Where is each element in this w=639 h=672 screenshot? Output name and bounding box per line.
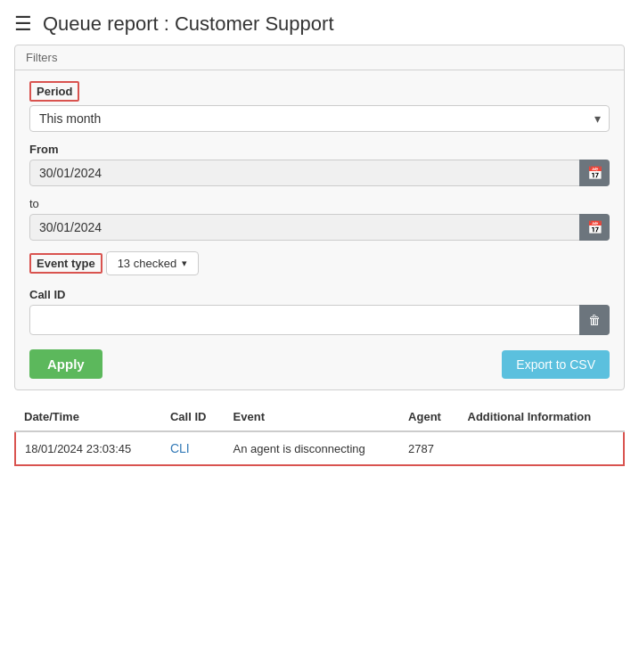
page-title: Queue report : Customer Support [43, 12, 334, 36]
call-id-clear-icon[interactable]: 🗑 [579, 305, 610, 335]
call-id-field-group: Call ID 🗑 [29, 288, 610, 335]
queue-report-icon: ☰ [14, 12, 32, 36]
event-type-label: Event type [29, 253, 102, 274]
results-table: Date/Time Call ID Event Agent Additional… [14, 403, 625, 466]
from-label: From [29, 143, 610, 156]
call-id-input[interactable] [29, 305, 610, 335]
from-calendar-icon[interactable]: 📅 [579, 160, 610, 186]
actions-row: Apply Export to CSV [29, 349, 610, 379]
filters-header: Filters [15, 45, 624, 70]
table-header: Date/Time Call ID Event Agent Additional… [15, 403, 624, 431]
col-additional-info: Additional Information [459, 403, 624, 431]
from-date-wrapper: 📅 [29, 160, 610, 186]
export-csv-button[interactable]: Export to CSV [502, 350, 610, 379]
call-id-link[interactable]: CLI [170, 441, 190, 455]
cell-agent: 2787 [399, 431, 458, 465]
col-datetime: Date/Time [15, 403, 161, 431]
from-date-input[interactable] [29, 160, 610, 186]
page-header: ☰ Queue report : Customer Support [0, 0, 639, 45]
col-call-id: Call ID [161, 403, 225, 431]
period-field-group: Period This month Last month This week L… [29, 81, 610, 132]
col-event: Event [225, 403, 400, 431]
col-agent: Agent [399, 403, 458, 431]
from-field-group: From 📅 [29, 143, 610, 186]
event-type-dropdown[interactable]: 13 checked [106, 251, 200, 275]
filters-panel: Filters Period This month Last month Thi… [14, 45, 625, 390]
cell-datetime: 18/01/2024 23:03:45 [15, 431, 161, 465]
to-date-wrapper: 📅 [29, 214, 610, 241]
cell-additional-info [459, 431, 624, 465]
table-header-row: Date/Time Call ID Event Agent Additional… [15, 403, 624, 431]
table-row: 18/01/2024 23:03:45 CLI An agent is disc… [15, 431, 624, 465]
cell-call-id: CLI [161, 431, 225, 465]
call-id-label: Call ID [29, 288, 610, 301]
to-label: to [29, 197, 610, 210]
period-select-wrapper: This month Last month This week Last wee… [29, 105, 610, 132]
table-body: 18/01/2024 23:03:45 CLI An agent is disc… [15, 431, 624, 465]
cell-event: An agent is disconnecting [225, 431, 400, 465]
to-field-group: to 📅 [29, 197, 610, 241]
call-id-input-wrapper: 🗑 [29, 305, 610, 335]
filters-body: Period This month Last month This week L… [15, 70, 624, 389]
to-calendar-icon[interactable]: 📅 [579, 214, 610, 241]
period-select[interactable]: This month Last month This week Last wee… [29, 105, 610, 132]
period-label: Period [29, 81, 79, 102]
event-type-field-group: Event type 13 checked [29, 251, 610, 277]
apply-button[interactable]: Apply [29, 349, 102, 379]
to-date-input[interactable] [29, 214, 610, 241]
